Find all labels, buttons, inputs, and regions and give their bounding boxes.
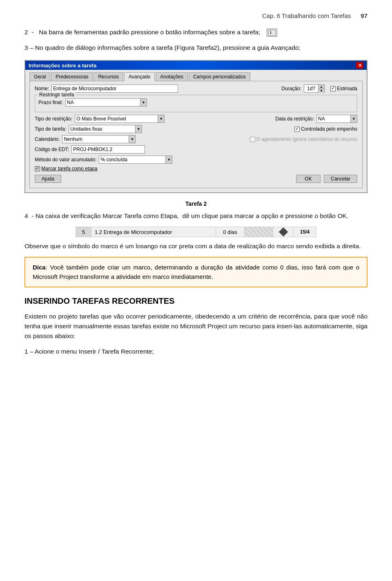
codigo-edt-row: Código de EDT: xyxy=(35,145,357,154)
task-id-cell: 5 xyxy=(76,227,91,237)
tipo-tarefa-label: Tipo de tarefa: xyxy=(35,126,66,132)
estimada-checkbox[interactable] xyxy=(330,86,336,91)
metodo-dropdown-btn[interactable]: ▼ xyxy=(165,156,172,163)
paragraph5: 1 – Acione o menu Inserir / Tarefa Recor… xyxy=(24,347,368,356)
dialog-footer: Ajuda OK Cancelar xyxy=(35,175,357,183)
figure-caption: Tarefa 2 xyxy=(24,200,368,207)
svg-text:ℹ: ℹ xyxy=(270,30,272,35)
data-restricao-input-group: ▼ xyxy=(316,115,357,123)
agendamento-row: O agendamento ignora calendários do recu… xyxy=(250,136,358,142)
nome-input[interactable] xyxy=(51,85,178,93)
page-number: 97 xyxy=(361,12,368,19)
tipo-tarefa-dropdown-btn[interactable]: ▼ xyxy=(135,125,142,133)
task-name-cell: 1.2 Entrega de Microcomputador xyxy=(91,227,216,237)
dialog-tabs: Geral Predecessoras Recursos Avançado An… xyxy=(29,72,363,81)
tab-campos-personalizados[interactable]: Campos personalizados xyxy=(189,72,250,81)
tipo-restricao-input[interactable] xyxy=(75,115,158,122)
restringir-tarefa-label: Restringir tarefa xyxy=(38,92,76,98)
calendario-input[interactable] xyxy=(62,136,129,143)
data-restricao-label: Data da restrição: xyxy=(265,116,314,122)
milestone-diamond-icon xyxy=(278,227,288,237)
codigo-edt-input[interactable] xyxy=(71,145,145,154)
tab-anotacoes[interactable]: Anotações xyxy=(156,72,188,81)
task-diamond-cell xyxy=(273,227,294,237)
prazo-final-row: Prazo final: ▼ xyxy=(38,98,354,107)
dialog-body: Geral Predecessoras Recursos Avançado An… xyxy=(25,70,367,192)
duracao-input-group: ▲ ▼ xyxy=(304,85,325,93)
page: Cap. 6 Trabalhando com Tarefas 97 2 - Na… xyxy=(0,0,392,581)
tipo-restricao-row: Tipo de restrição: ▼ Data da restrição: … xyxy=(35,115,357,123)
agendamento-checkbox[interactable] xyxy=(250,137,255,142)
section-heading: INSERINDO TAREFAS RECORRENTES xyxy=(24,296,368,306)
dialog-title: Informações sobre a tarefa xyxy=(29,62,96,69)
task-duration: 0 dias xyxy=(223,229,237,235)
tab-avancado[interactable]: Avançado xyxy=(124,72,155,81)
tipo-tarefa-input[interactable] xyxy=(69,125,135,133)
spinner-up[interactable]: ▲ xyxy=(318,85,324,89)
estimada-row: Estimada xyxy=(330,86,357,91)
task-id: 5 xyxy=(82,229,85,235)
paragraph1: 2 - Na barra de ferramentas padrão press… xyxy=(24,27,368,37)
duracao-label: Duração: xyxy=(252,86,301,91)
marcar-etapa-group: Marcar tarefa como etapa xyxy=(35,166,97,171)
calendario-label: Calendário: xyxy=(35,136,60,142)
metodo-row: Método do valor acumulado: ▼ xyxy=(35,156,357,164)
task-row-illustration: 5 1.2 Entrega de Microcomputador 0 dias … xyxy=(76,227,316,237)
page-header: Cap. 6 Trabalhando com Tarefas 97 xyxy=(24,12,368,19)
duracao-input[interactable] xyxy=(304,85,318,93)
metodo-input-group: ▼ xyxy=(99,156,172,164)
ok-button[interactable]: OK xyxy=(296,175,321,183)
dialog-box: Informações sobre a tarefa ✕ Geral Prede… xyxy=(24,60,368,193)
metodo-input[interactable] xyxy=(99,156,165,163)
task-date: 15/4 xyxy=(300,229,310,235)
prazo-final-dropdown-btn[interactable]: ▼ xyxy=(140,99,147,106)
info-icon-svg: ℹ xyxy=(268,29,276,36)
controlada-label: Controlada pelo empenho xyxy=(301,126,357,132)
duracao-spinner[interactable]: ▲ ▼ xyxy=(318,85,325,93)
calendario-row: Calendário: ▼ O agendamento ignora calen… xyxy=(35,135,357,143)
ajuda-button[interactable]: Ajuda xyxy=(35,175,61,183)
tip-label: Dica xyxy=(33,264,46,271)
paragraph-step4: 4 - Na caixa de verificação Marcar Taref… xyxy=(24,211,368,221)
metodo-label: Método do valor acumulado: xyxy=(35,157,96,163)
data-restricao-dropdown-btn[interactable]: ▼ xyxy=(350,115,357,122)
tipo-tarefa-row: Tipo de tarefa: ▼ Controlada pelo empenh… xyxy=(35,125,357,133)
controlada-row: Controlada pelo empenho xyxy=(294,126,357,132)
agendamento-label: O agendamento ignora calendários do recu… xyxy=(256,136,358,142)
codigo-edt-label: Código de EDT: xyxy=(35,147,69,152)
paragraph2: 3 – No quadro de diálogo informações sob… xyxy=(24,43,368,53)
spinner-down[interactable]: ▼ xyxy=(318,89,324,93)
paragraph4: Existem no projeto tarefas que vão ocorr… xyxy=(24,312,368,341)
paragraph3: Observe que o símbolo do marco é um losa… xyxy=(24,241,368,251)
controlada-checkbox[interactable] xyxy=(294,127,300,132)
task-date-cell: 15/4 xyxy=(294,227,316,237)
nome-label: Nome: xyxy=(35,86,49,91)
calendario-input-group: ▼ xyxy=(62,135,136,143)
calendario-dropdown-btn[interactable]: ▼ xyxy=(129,136,135,143)
tab-geral[interactable]: Geral xyxy=(29,72,50,81)
data-restricao-input[interactable] xyxy=(317,115,350,122)
tip-text: : Você também pode criar um marco, deter… xyxy=(33,264,359,280)
dialog-titlebar: Informações sobre a tarefa ✕ xyxy=(25,61,367,70)
marcar-etapa-label: Marcar tarefa como etapa xyxy=(41,166,97,171)
prazo-final-input-group: ▼ xyxy=(65,98,147,107)
tip-box: Dica: Você também pode criar um marco, d… xyxy=(24,257,368,287)
tipo-restricao-input-group: ▼ xyxy=(75,115,165,123)
cancelar-button[interactable]: Cancelar xyxy=(324,175,357,183)
task-gantt-cell xyxy=(245,227,273,237)
nome-row: Nome: Duração: ▲ ▼ Estimada xyxy=(35,85,357,93)
toolbar-info-icon: ℹ xyxy=(267,29,277,37)
tab-predecessoras[interactable]: Predecessoras xyxy=(51,72,93,81)
prazo-final-input[interactable] xyxy=(66,99,140,106)
tipo-restricao-label: Tipo de restrição: xyxy=(35,116,72,122)
marcar-etapa-checkbox[interactable] xyxy=(35,166,40,171)
svg-rect-0 xyxy=(268,30,276,36)
dialog-close-button[interactable]: ✕ xyxy=(356,62,363,69)
task-name: 1.2 Entrega de Microcomputador xyxy=(95,229,172,235)
tipo-restricao-dropdown-btn[interactable]: ▼ xyxy=(158,115,164,122)
tab-recursos[interactable]: Recursos xyxy=(94,72,123,81)
dialog-content: Nome: Duração: ▲ ▼ Estimada xyxy=(29,81,363,188)
header-text: Cap. 6 Trabalhando com Tarefas xyxy=(262,12,351,19)
restringir-tarefa-group: Restringir tarefa Prazo final: ▼ xyxy=(35,95,357,112)
tipo-tarefa-input-group: ▼ xyxy=(69,125,142,133)
